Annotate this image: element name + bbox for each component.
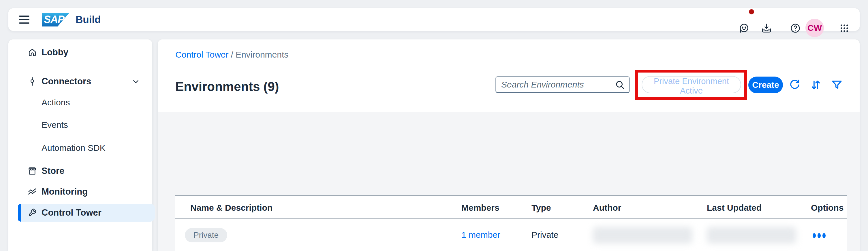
sidebar-item-control-tower[interactable]: Control Tower — [18, 204, 155, 222]
product-name: Build — [75, 14, 101, 25]
notification-dot — [749, 9, 754, 14]
sidebar-item-store[interactable]: Store — [8, 163, 152, 180]
table-row: Private 1 member Private — [175, 219, 847, 251]
column-header-members: Members — [461, 196, 499, 219]
sidebar-item-label: Actions — [41, 98, 70, 107]
breadcrumb: Control Tower/Environments — [175, 50, 288, 60]
page-title: Environments (9) — [175, 79, 279, 94]
environments-table: Name & Description Members Type Author L… — [175, 195, 847, 251]
column-header-last-updated: Last Updated — [707, 196, 762, 219]
members-link[interactable]: 1 member — [461, 228, 500, 242]
table-header-row: Name & Description Members Type Author L… — [175, 196, 847, 219]
overflow-menu-icon[interactable] — [813, 232, 829, 239]
sidebar-item-actions[interactable]: Actions — [8, 94, 152, 111]
feedback-icon[interactable] — [738, 23, 750, 34]
app-switcher-icon[interactable] — [839, 23, 850, 34]
column-header-type: Type — [531, 196, 551, 219]
column-header-options: Options — [811, 196, 843, 219]
sidebar-item-label: Control Tower — [41, 208, 101, 218]
breadcrumb-control-tower[interactable]: Control Tower — [175, 50, 229, 59]
sidebar-item-label: Events — [41, 120, 68, 130]
sidebar-item-events[interactable]: Events — [8, 116, 152, 134]
home-icon — [27, 47, 37, 57]
sort-icon[interactable] — [810, 79, 822, 91]
main-content: Control Tower/Environments Environments … — [158, 39, 860, 251]
sidebar-item-label: Lobby — [41, 47, 68, 58]
sidebar-item-lobby[interactable]: Lobby — [8, 44, 152, 61]
filter-icon[interactable] — [831, 79, 843, 91]
sidebar-item-monitoring[interactable]: Monitoring — [8, 183, 152, 200]
last-updated-redacted — [707, 227, 796, 244]
private-badge: Private — [185, 228, 227, 242]
breadcrumb-separator: / — [231, 50, 233, 59]
connector-icon — [27, 77, 37, 86]
sidebar-nav: Lobby Connectors Actions Events Automati… — [8, 39, 152, 251]
wrench-icon — [27, 208, 37, 218]
sidebar-item-connectors[interactable]: Connectors — [8, 73, 152, 90]
private-environment-active-button[interactable]: Private Environment Active — [642, 76, 741, 93]
sap-logo[interactable]: SAP — [42, 13, 69, 27]
sap-logo-text: SAP — [42, 13, 64, 26]
author-redacted — [593, 227, 692, 244]
storefront-icon — [27, 166, 37, 176]
search-box — [495, 76, 630, 93]
inbox-icon[interactable] — [761, 23, 772, 34]
sidebar-item-label: Store — [41, 166, 64, 176]
sidebar-item-label: Automation SDK — [41, 143, 105, 153]
search-input[interactable] — [501, 77, 611, 92]
sidebar-item-automation-sdk[interactable]: Automation SDK — [8, 139, 152, 156]
sidebar-item-label: Connectors — [41, 76, 91, 87]
chevron-down-icon[interactable] — [131, 77, 140, 86]
column-header-name: Name & Description — [190, 196, 273, 219]
menu-hamburger-icon[interactable] — [19, 15, 29, 24]
create-button[interactable]: Create — [748, 77, 783, 93]
type-value: Private — [531, 228, 558, 242]
column-header-author: Author — [593, 196, 621, 219]
app-header: SAP Build CW — [8, 8, 860, 31]
search-icon[interactable] — [615, 80, 625, 90]
avatar[interactable]: CW — [805, 19, 824, 37]
line-chart-icon — [27, 187, 37, 196]
breadcrumb-current: Environments — [236, 50, 288, 59]
table-section-background: Name & Description Members Type Author L… — [158, 112, 860, 251]
sidebar-item-label: Monitoring — [41, 186, 88, 197]
help-icon[interactable] — [789, 23, 801, 34]
refresh-icon[interactable] — [789, 79, 801, 91]
